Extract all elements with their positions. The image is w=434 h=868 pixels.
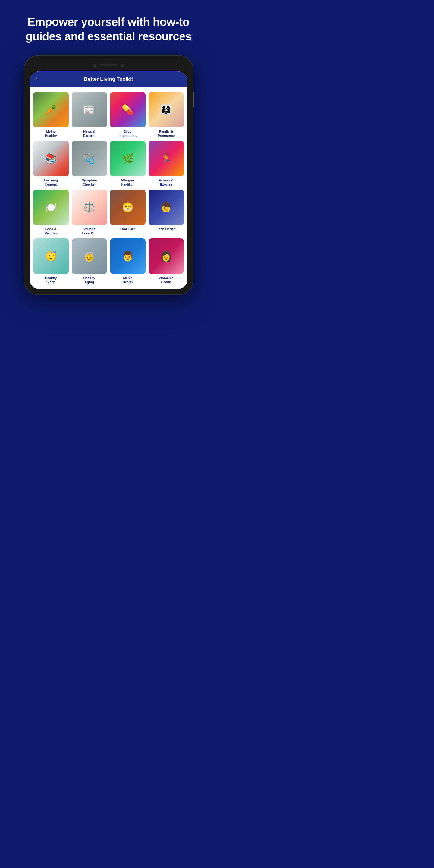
category-grid: 🥕LivingHealthy📰News &Experts💊DrugInterac… <box>33 92 184 284</box>
grid-item-learning-centers[interactable]: 📚LearningCenters <box>33 141 69 187</box>
grid-item-teen-health[interactable]: 👦Teen Health <box>149 190 184 236</box>
grid-item-fitness[interactable]: 🏃Fitness &Execise <box>149 141 184 187</box>
teen-health-image: 👦 <box>149 190 184 225</box>
oral-care-image: 😁 <box>110 190 146 225</box>
grid-item-womens-health[interactable]: 👩Women'sHealth <box>149 239 184 284</box>
weight-loss-image: ⚖️ <box>72 190 107 225</box>
phone-frame: ‹ Better Living Toolkit 🥕LivingHealthy📰N… <box>24 56 193 294</box>
news-experts-label: News &Experts <box>83 129 95 138</box>
drug-interaction-image: 💊 <box>110 92 146 127</box>
womens-health-image: 👩 <box>149 239 184 274</box>
back-button[interactable]: ‹ <box>36 75 38 83</box>
phone-top-bar <box>30 61 187 70</box>
grid-item-living-healthy[interactable]: 🥕LivingHealthy <box>33 92 69 138</box>
grid-item-news-experts[interactable]: 📰News &Experts <box>72 92 107 138</box>
grid-item-healthy-aging[interactable]: 👵HealthyAging <box>72 239 107 284</box>
fitness-image: 🏃 <box>149 141 184 176</box>
living-healthy-image: 🥕 <box>33 92 69 127</box>
healthy-sleep-image: 😴 <box>33 239 69 274</box>
fitness-label: Fitness &Execise <box>158 178 174 187</box>
grid-item-healthy-sleep[interactable]: 😴HealthySleep <box>33 239 69 284</box>
mens-health-image: 👨 <box>110 239 146 274</box>
grid-item-mens-health[interactable]: 👨Men'sHealth <box>110 239 146 284</box>
weight-loss-label: WeightLoss &… <box>82 227 96 236</box>
grid-item-allergies[interactable]: 🌿AllergiesHealth… <box>110 141 146 187</box>
phone-screen: ‹ Better Living Toolkit 🥕LivingHealthy📰N… <box>30 71 187 289</box>
camera2 <box>121 64 124 67</box>
learning-centers-image: 📚 <box>33 141 69 176</box>
grid-item-symptom-checker[interactable]: 🩺SymptomChecker <box>72 141 107 187</box>
grid-item-weight-loss[interactable]: ⚖️WeightLoss &… <box>72 190 107 236</box>
grid-item-food-recipes[interactable]: 🍽️Food &Recipes <box>33 190 69 236</box>
grid-item-family-pregnancy[interactable]: 👨‍👩‍👧Family &Pregnancy <box>149 92 184 138</box>
mens-health-label: Men'sHealth <box>123 276 133 284</box>
speaker <box>99 64 118 66</box>
news-experts-image: 📰 <box>72 92 107 127</box>
symptom-checker-image: 🩺 <box>72 141 107 176</box>
living-healthy-label: LivingHealthy <box>45 129 57 138</box>
grid-content: 🥕LivingHealthy📰News &Experts💊DrugInterac… <box>30 87 187 289</box>
phone-side-button <box>193 92 194 107</box>
healthy-aging-image: 👵 <box>72 239 107 274</box>
teen-health-label: Teen Health <box>157 227 176 231</box>
symptom-checker-label: SymptomChecker <box>82 178 97 187</box>
app-bar-title: Better Living Toolkit <box>36 76 181 82</box>
food-recipes-image: 🍽️ <box>33 190 69 225</box>
camera <box>93 64 96 67</box>
app-bar: ‹ Better Living Toolkit <box>30 71 187 87</box>
healthy-aging-label: HealthyAging <box>83 276 95 284</box>
grid-item-drug-interaction[interactable]: 💊DrugInteractio… <box>110 92 146 138</box>
family-pregnancy-image: 👨‍👩‍👧 <box>149 92 184 127</box>
drug-interaction-label: DrugInteractio… <box>119 129 137 138</box>
family-pregnancy-label: Family &Pregnancy <box>158 129 175 138</box>
learning-centers-label: LearningCenters <box>44 178 58 187</box>
hero-text: Empower yourself with how-to guides and … <box>0 0 217 56</box>
food-recipes-label: Food &Recipes <box>44 227 57 236</box>
oral-care-label: Oral Care <box>120 227 135 231</box>
womens-health-label: Women'sHealth <box>159 276 173 284</box>
grid-item-oral-care[interactable]: 😁Oral Care <box>110 190 146 236</box>
healthy-sleep-label: HealthySleep <box>45 276 57 284</box>
allergies-image: 🌿 <box>110 141 146 176</box>
allergies-label: AllergiesHealth… <box>121 178 135 187</box>
